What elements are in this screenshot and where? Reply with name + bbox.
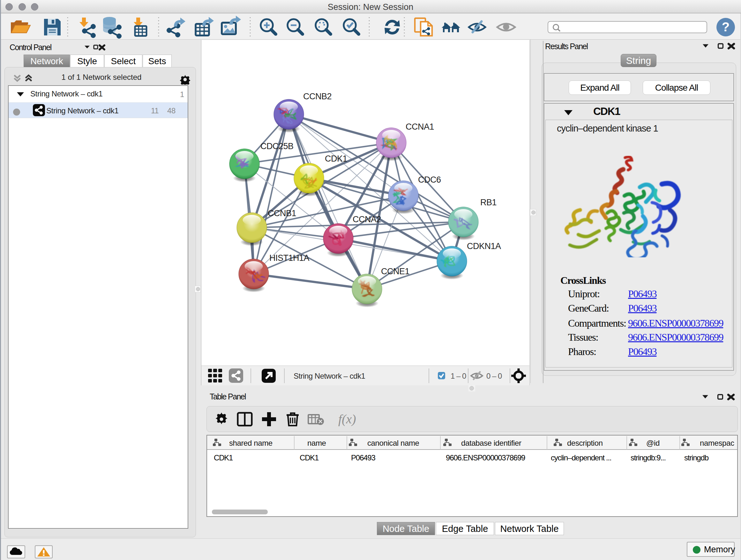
svg-text:database identifier: database identifier	[461, 439, 522, 447]
svg-text:CDKN1A: CDKN1A	[467, 241, 501, 251]
svg-text:description: description	[567, 439, 603, 447]
svg-text:1 – 0: 1 – 0	[451, 372, 466, 380]
svg-text:CCNA1: CCNA1	[406, 122, 434, 132]
svg-text:name: name	[307, 439, 326, 447]
svg-text:String Network – cdk1: String Network – cdk1	[293, 372, 365, 380]
svg-text:shared name: shared name	[229, 439, 273, 447]
svg-text:canonical name: canonical name	[367, 439, 419, 447]
svg-text:RB1: RB1	[480, 198, 496, 207]
svg-text:stringdb:9...: stringdb:9...	[630, 453, 666, 462]
svg-text:CDC25B: CDC25B	[260, 141, 293, 151]
svg-text:P06493: P06493	[351, 453, 375, 462]
svg-text:CCNB2: CCNB2	[303, 91, 332, 101]
svg-text:9606.ENSP00000378699: 9606.ENSP00000378699	[446, 453, 525, 462]
svg-text:stringdb: stringdb	[684, 453, 709, 462]
svg-text:CCNA2: CCNA2	[353, 214, 381, 224]
svg-text:cyclin–dependent ...: cyclin–dependent ...	[551, 453, 611, 462]
svg-text:HIST1H1A: HIST1H1A	[269, 253, 310, 263]
svg-text:CDK1: CDK1	[300, 453, 319, 462]
svg-text:CCNB1: CCNB1	[268, 208, 296, 218]
svg-text:CDC6: CDC6	[418, 175, 441, 185]
svg-text:@id: @id	[646, 439, 660, 447]
svg-text:CDK1: CDK1	[214, 453, 233, 462]
svg-text:f(x): f(x)	[338, 412, 356, 426]
svg-text:0 – 0: 0 – 0	[486, 372, 502, 380]
svg-text:CDK1: CDK1	[325, 154, 347, 164]
svg-text:namespac: namespac	[700, 439, 734, 447]
svg-text:CCNE1: CCNE1	[381, 266, 409, 276]
